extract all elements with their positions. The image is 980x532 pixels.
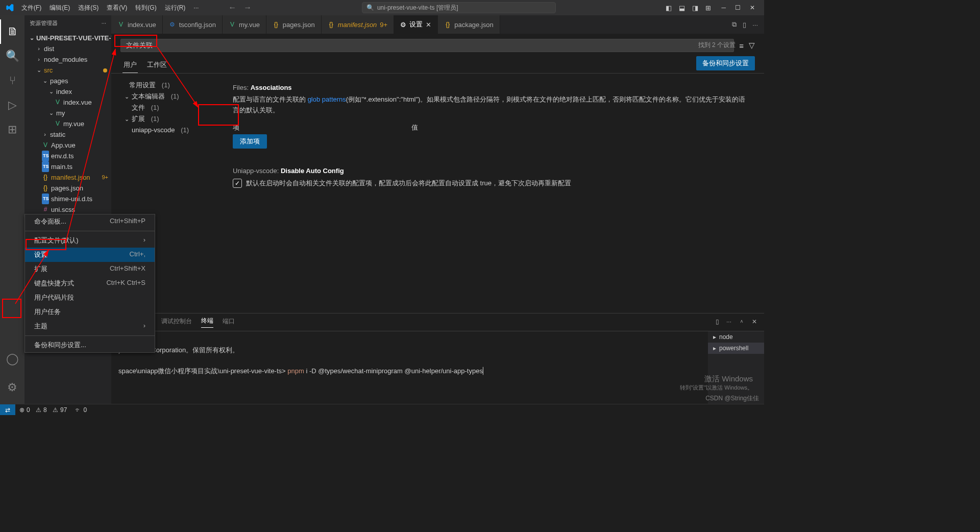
tree-pages-json[interactable]: {}pages.json <box>24 183 111 194</box>
layout-sidebar-right-icon[interactable]: ◨ <box>692 4 698 12</box>
tree-index-vue[interactable]: Vindex.vue <box>24 97 111 108</box>
panel-close-icon[interactable]: ✕ <box>752 318 757 327</box>
add-item-button[interactable]: 添加项 <box>233 134 267 149</box>
status-problems[interactable]: ⊗0 ⚠8 ⚠97 <box>15 406 71 414</box>
panel-tab-terminal[interactable]: 终端 <box>201 317 213 328</box>
nav-extensions[interactable]: ⌄扩展 (1) <box>124 113 214 125</box>
explorer-title: 资源管理器 <box>30 15 58 31</box>
checkbox-checked-icon[interactable]: ✓ <box>233 179 242 188</box>
tree-root[interactable]: ⌄UNI-PRESET-VUE-VITE-TS <box>24 33 111 43</box>
tab-index-vue[interactable]: Vindex.vue <box>111 15 163 34</box>
panel-maximize-icon[interactable]: ＾ <box>739 318 745 327</box>
terminal-node[interactable]: ▸node <box>708 331 764 343</box>
window-maximize-icon[interactable]: ☐ <box>735 4 741 11</box>
tree-index-dir[interactable]: ⌄index <box>24 86 111 97</box>
nav-files[interactable]: 文件 (1) <box>124 102 214 113</box>
tree-app-vue[interactable]: VApp.vue <box>24 140 111 151</box>
menu-goto[interactable]: 转到(G) <box>131 0 160 15</box>
nav-back-icon[interactable]: ← <box>228 3 236 12</box>
layout-panel-icon[interactable]: ⬓ <box>679 4 685 12</box>
tree-manifest[interactable]: {}manifest.json9+ <box>24 172 111 183</box>
settings-tab-workspace[interactable]: 工作区 <box>146 57 168 73</box>
tree-pages[interactable]: ⌄pages <box>24 76 111 86</box>
tree-src[interactable]: ⌄src <box>24 65 111 76</box>
settings-tab-user[interactable]: 用户 <box>122 57 138 73</box>
menu-view[interactable]: 查看(V) <box>103 0 131 15</box>
ctx-backup-sync[interactable]: 备份和同步设置... <box>25 338 155 352</box>
tree-main[interactable]: TSmain.ts <box>24 161 111 172</box>
glob-patterns-link[interactable]: glob patterns <box>308 95 346 103</box>
settings-search-input[interactable] <box>120 39 734 52</box>
backup-sync-button[interactable]: 备份和同步设置 <box>696 56 755 70</box>
activity-settings-gear-icon[interactable]: ⚙ <box>0 375 24 400</box>
ctx-separator <box>25 231 155 231</box>
menu-selection[interactable]: 选择(S) <box>74 0 103 15</box>
associations-table-header: 项值 <box>233 121 750 134</box>
split-editor-icon[interactable]: ▯ <box>743 21 746 29</box>
layout-sidebar-left-icon[interactable]: ◧ <box>666 4 672 12</box>
open-editors-icon[interactable]: ⧉ <box>732 20 737 29</box>
ctx-separator <box>25 335 155 336</box>
tab-pages-json[interactable]: {}pages.json <box>266 15 322 34</box>
setting-files-associations-desc: 配置与语言的文件关联的 glob patterns(例如"*.extension… <box>233 94 750 116</box>
activity-debug-icon[interactable]: ▷ <box>0 93 24 117</box>
vue-file-icon: V <box>229 21 236 28</box>
command-center[interactable]: 🔍 uni-preset-vue-vite-ts [管理员] <box>362 2 556 13</box>
window-close-icon[interactable]: ✕ <box>750 4 755 11</box>
window-minimize-icon[interactable]: ─ <box>721 4 726 11</box>
tab-tsconfig[interactable]: ⚙tsconfig.json <box>163 15 223 34</box>
activity-search-icon[interactable]: 🔍 <box>0 44 24 68</box>
terminal-powershell[interactable]: ▸powershell <box>708 343 764 354</box>
ctx-settings[interactable]: 设置Ctrl+, <box>25 248 155 262</box>
menu-run[interactable]: 运行(R) <box>161 0 190 15</box>
tree-node-modules[interactable]: ›node_modules <box>24 54 111 65</box>
settings-filter-icon[interactable]: ≡ <box>739 41 744 50</box>
panel-tab-ports[interactable]: 端口 <box>223 317 235 328</box>
settings-clear-icon[interactable]: ▽ <box>749 41 755 50</box>
tree-shime[interactable]: TSshime-uni.d.ts <box>24 194 111 204</box>
antenna-icon: ᯤ <box>75 406 81 414</box>
tree-uni-scss[interactable]: #uni.scss <box>24 204 111 215</box>
setting-uniapp-checkbox-row[interactable]: ✓ 默认在启动时会自动相关文件关联的配置项，配置成功后会将此配置自动设置成 tr… <box>233 179 750 188</box>
nav-uniapp[interactable]: uniapp-vscode (1) <box>124 125 214 136</box>
panel-more-icon[interactable]: ··· <box>726 318 731 327</box>
ctx-profile[interactable]: 配置文件(默认)› <box>25 233 155 248</box>
vue-file-icon: V <box>54 118 61 129</box>
explorer-more-icon[interactable]: ··· <box>102 15 106 31</box>
settings-content: Files: Associations 配置与语言的文件关联的 glob pat… <box>218 74 764 312</box>
nav-text-editor[interactable]: ⌄文本编辑器 (1) <box>124 91 214 102</box>
activity-scm-icon[interactable]: ⑂ <box>0 68 24 93</box>
nav-common[interactable]: 常用设置 (1) <box>124 80 214 91</box>
tree-static[interactable]: ›static <box>24 129 111 140</box>
tab-my-vue[interactable]: Vmy.vue <box>223 15 266 34</box>
ctx-command-palette[interactable]: 命令面板...Ctrl+Shift+P <box>25 214 155 229</box>
ctx-keyboard[interactable]: 键盘快捷方式Ctrl+K Ctrl+S <box>25 276 155 291</box>
ctx-extensions[interactable]: 扩展Ctrl+Shift+X <box>25 262 155 276</box>
ctx-tasks[interactable]: 用户任务 <box>25 305 155 319</box>
tab-close-icon[interactable]: ✕ <box>426 21 431 29</box>
remote-indicator-icon[interactable]: ⇄ <box>0 404 15 416</box>
panel-tab-debug[interactable]: 调试控制台 <box>161 317 192 328</box>
activity-account-icon[interactable]: ◯ <box>0 347 24 371</box>
ctx-theme[interactable]: 主题› <box>25 319 155 333</box>
ctx-snippets[interactable]: 用户代码片段 <box>25 291 155 305</box>
activity-explorer-icon[interactable]: 🗎 <box>0 19 24 44</box>
more-actions-icon[interactable]: ··· <box>752 21 758 29</box>
tree-env[interactable]: TSenv.d.ts <box>24 151 111 161</box>
activity-extensions-icon[interactable]: ⊞ <box>0 117 24 142</box>
status-ports[interactable]: ᯤ0 <box>71 406 91 414</box>
tree-dist[interactable]: ›dist <box>24 43 111 54</box>
tab-package-json[interactable]: {}package.json <box>438 15 500 34</box>
csdn-watermark: CSDN @String佳佳 <box>705 394 759 403</box>
tree-my-vue[interactable]: Vmy.vue <box>24 118 111 129</box>
tab-manifest[interactable]: {}manifest.json9+ <box>322 15 394 34</box>
terminal-output[interactable]: werShell ) Microsoft Corporation。保留所有权利。… <box>111 331 708 407</box>
panel-split-icon[interactable]: ▯ <box>716 318 719 327</box>
layout-customize-icon[interactable]: ⊞ <box>705 4 711 12</box>
tree-my-dir[interactable]: ⌄my <box>24 108 111 118</box>
tab-settings[interactable]: ⚙设置✕ <box>394 15 438 34</box>
menu-file[interactable]: 文件(F) <box>17 0 45 15</box>
menu-edit[interactable]: 编辑(E) <box>45 0 74 15</box>
menu-more[interactable]: ··· <box>189 0 203 15</box>
nav-forward-icon[interactable]: → <box>243 3 252 12</box>
